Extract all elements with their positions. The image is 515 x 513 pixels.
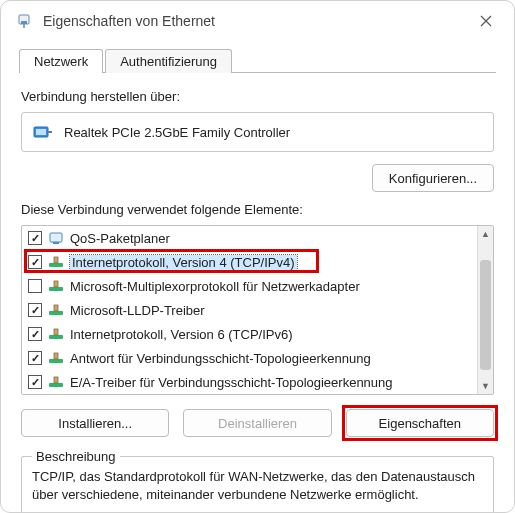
- svg-rect-13: [54, 305, 58, 311]
- description-legend: Beschreibung: [32, 449, 120, 464]
- protocol-icon: [48, 326, 64, 342]
- svg-rect-15: [54, 329, 58, 335]
- list-item[interactable]: Microsoft-Multiplexorprotokoll für Netzw…: [22, 274, 477, 298]
- svg-rect-10: [49, 287, 63, 291]
- svg-rect-6: [50, 233, 62, 242]
- list-item-label: Microsoft-Multiplexorprotokoll für Netzw…: [70, 279, 360, 294]
- svg-rect-11: [54, 281, 58, 287]
- tab-authentication[interactable]: Authentifizierung: [105, 49, 232, 73]
- adapter-name: Realtek PCIe 2.5GbE Family Controller: [64, 125, 290, 140]
- list-item-label: Internetprotokoll, Version 4 (TCP/IPv4): [70, 255, 297, 270]
- list-item-label: Microsoft-LLDP-Treiber: [70, 303, 205, 318]
- svg-rect-7: [53, 242, 59, 244]
- list-item-label: QoS-Paketplaner: [70, 231, 170, 246]
- checkbox[interactable]: [28, 279, 42, 293]
- checkbox[interactable]: [28, 303, 42, 317]
- scroll-down-button[interactable]: ▼: [478, 378, 493, 394]
- window-title: Eigenschaften von Ethernet: [43, 13, 464, 29]
- items-label: Diese Verbindung verwendet folgende Elem…: [21, 202, 494, 217]
- scroll-up-button[interactable]: ▲: [478, 226, 493, 242]
- tab-bar: Netzwerk Authentifizierung: [19, 45, 496, 73]
- svg-rect-16: [49, 359, 63, 363]
- list-item[interactable]: E/A-Treiber für Verbindungsschicht-Topol…: [22, 370, 477, 394]
- scroll-thumb[interactable]: [480, 260, 491, 370]
- description-group: Beschreibung TCP/IP, das Standardprotoko…: [21, 449, 494, 513]
- list-item[interactable]: QoS-Paketplaner: [22, 226, 477, 250]
- close-button[interactable]: [464, 5, 508, 37]
- list-item[interactable]: Internetprotokoll, Version 4 (TCP/IPv4): [22, 250, 477, 274]
- svg-rect-18: [49, 383, 63, 387]
- close-icon: [480, 15, 492, 27]
- svg-rect-17: [54, 353, 58, 359]
- protocol-icon: [48, 374, 64, 390]
- svg-rect-8: [49, 263, 63, 267]
- configure-row: Konfigurieren...: [21, 164, 494, 192]
- checkbox[interactable]: [28, 255, 42, 269]
- protocol-icon: [48, 278, 64, 294]
- list-item[interactable]: Microsoft-LLDP-Treiber: [22, 298, 477, 322]
- checkbox[interactable]: [28, 231, 42, 245]
- dialog-window: Eigenschaften von Ethernet Netzwerk Auth…: [0, 0, 515, 513]
- install-button[interactable]: Installieren...: [21, 409, 169, 437]
- list-item[interactable]: Internetprotokoll, Version 6 (TCP/IPv6): [22, 322, 477, 346]
- scrollbar[interactable]: ▲ ▼: [477, 226, 493, 394]
- uninstall-button: Deinstallieren: [183, 409, 331, 437]
- configure-button[interactable]: Konfigurieren...: [372, 164, 494, 192]
- ethernet-icon: [15, 12, 33, 30]
- list-item-label: Antwort für Verbindungsschicht-Topologie…: [70, 351, 371, 366]
- titlebar: Eigenschaften von Ethernet: [1, 1, 514, 41]
- checkbox[interactable]: [28, 375, 42, 389]
- list-item-label: E/A-Treiber für Verbindungsschicht-Topol…: [70, 375, 393, 390]
- svg-rect-19: [54, 377, 58, 383]
- svg-rect-12: [49, 311, 63, 315]
- properties-button[interactable]: Eigenschaften: [346, 409, 494, 437]
- connect-using-label: Verbindung herstellen über:: [21, 89, 494, 104]
- list-item-label: Internetprotokoll, Version 6 (TCP/IPv6): [70, 327, 293, 342]
- protocol-icon: [48, 350, 64, 366]
- qos-icon: [48, 230, 64, 246]
- svg-rect-9: [54, 257, 58, 263]
- svg-rect-1: [21, 21, 27, 24]
- adapter-field[interactable]: Realtek PCIe 2.5GbE Family Controller: [21, 112, 494, 152]
- description-text: TCP/IP, das Standardprotokoll für WAN-Ne…: [32, 468, 483, 503]
- svg-rect-4: [36, 129, 46, 135]
- tab-network[interactable]: Netzwerk: [19, 49, 103, 73]
- svg-rect-14: [49, 335, 63, 339]
- protocol-icon: [48, 302, 64, 318]
- protocol-icon: [48, 254, 64, 270]
- protocol-list[interactable]: QoS-PaketplanerInternetprotokoll, Versio…: [21, 225, 494, 395]
- svg-rect-5: [48, 131, 52, 133]
- list-item[interactable]: Antwort für Verbindungsschicht-Topologie…: [22, 346, 477, 370]
- checkbox[interactable]: [28, 351, 42, 365]
- tab-panel-network: Verbindung herstellen über: Realtek PCIe…: [19, 73, 496, 513]
- checkbox[interactable]: [28, 327, 42, 341]
- action-button-row: Installieren... Deinstallieren Eigenscha…: [21, 409, 494, 437]
- network-adapter-icon: [32, 121, 54, 143]
- content-area: Netzwerk Authentifizierung Verbindung he…: [1, 41, 514, 513]
